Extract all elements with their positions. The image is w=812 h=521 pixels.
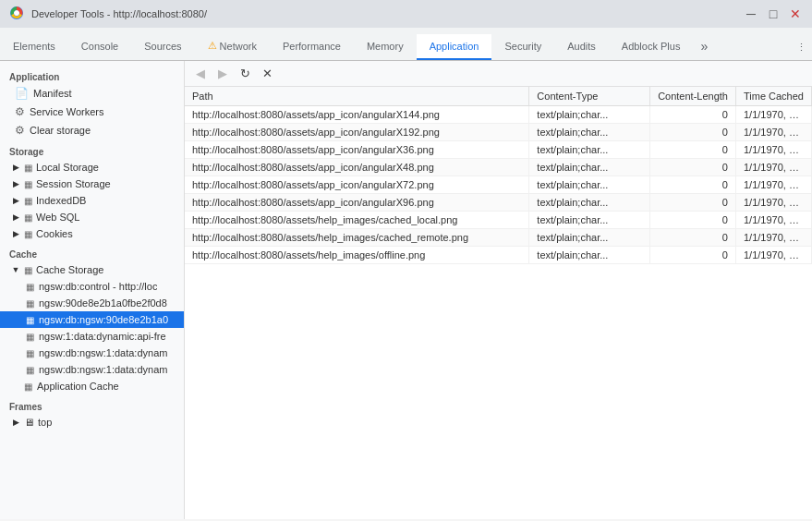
tab-performance[interactable]: Performance xyxy=(270,34,354,60)
section-cache-label: Cache xyxy=(0,242,184,261)
cell-content-length: 0 xyxy=(650,247,736,264)
cell-time-cached: 1/1/1970, 2:59... xyxy=(735,141,811,159)
table-row[interactable]: http://localhost:8080/assets/help_images… xyxy=(185,247,812,264)
sidebar-item-session-storage[interactable]: ▦ Session Storage xyxy=(0,176,184,192)
sidebar-item-indexeddb[interactable]: ▦ IndexedDB xyxy=(0,192,184,209)
table-row[interactable]: http://localhost:8080/assets/help_images… xyxy=(185,229,812,247)
tab-security[interactable]: Security xyxy=(491,34,554,60)
table-row[interactable]: http://localhost:8080/assets/app_icon/an… xyxy=(185,141,812,159)
sidebar-item-service-workers[interactable]: ⚙ Service Workers xyxy=(0,103,184,121)
cache-1-icon: ▦ xyxy=(26,282,34,292)
titlebar: Developer Tools - http://localhost:8080/… xyxy=(0,0,812,28)
tab-audits[interactable]: Audits xyxy=(554,34,609,60)
table-row[interactable]: http://localhost:8080/assets/help_images… xyxy=(185,212,812,229)
cell-content-length: 0 xyxy=(650,212,736,229)
content-area: ◀ ▶ ↻ ✕ Path Content-Type Content-Length… xyxy=(185,61,812,519)
cell-path: http://localhost:8080/assets/help_images… xyxy=(185,247,529,264)
cell-time-cached: 1/1/1970, 2:59... xyxy=(735,159,811,176)
local-storage-chevron xyxy=(11,163,20,172)
session-storage-chevron xyxy=(11,179,20,188)
cell-content-type: text/plain;char... xyxy=(529,176,650,194)
more-tabs-button[interactable]: » xyxy=(693,32,715,60)
sidebar-item-cache-4[interactable]: ▦ ngsw:1:data:dynamic:api-fre xyxy=(0,328,184,345)
toolbar: ◀ ▶ ↻ ✕ xyxy=(185,61,812,87)
cache-storage-icon: ▦ xyxy=(24,265,32,275)
cell-content-type: text/plain;char... xyxy=(529,194,650,212)
sidebar-item-local-storage[interactable]: ▦ Local Storage xyxy=(0,159,184,176)
close-button[interactable]: ✕ xyxy=(788,6,803,21)
tab-network[interactable]: ⚠ Network xyxy=(195,33,270,60)
sidebar-item-clear-storage[interactable]: ⚙ Clear storage xyxy=(0,121,184,139)
table-header-row: Path Content-Type Content-Length Time Ca… xyxy=(185,87,812,106)
sidebar-item-top[interactable]: 🖥 top xyxy=(0,414,184,430)
clear-button[interactable]: ✕ xyxy=(257,64,277,84)
cell-content-type: text/plain;char... xyxy=(529,141,650,159)
cache-6-icon: ▦ xyxy=(26,365,34,375)
cell-content-length: 0 xyxy=(650,229,736,247)
chrome-logo-icon xyxy=(9,6,24,23)
minimize-button[interactable]: ─ xyxy=(744,6,758,21)
tab-sources[interactable]: Sources xyxy=(131,34,194,60)
cookies-chevron xyxy=(11,229,20,238)
cache-table: Path Content-Type Content-Length Time Ca… xyxy=(185,87,812,519)
table-row[interactable]: http://localhost:8080/assets/app_icon/an… xyxy=(185,194,812,212)
top-frame-chevron xyxy=(11,418,20,427)
col-header-path: Path xyxy=(185,87,529,106)
table-row[interactable]: http://localhost:8080/assets/app_icon/an… xyxy=(185,159,812,176)
tab-memory[interactable]: Memory xyxy=(354,34,417,60)
col-header-content-length: Content-Length xyxy=(650,87,736,106)
refresh-button[interactable]: ↻ xyxy=(235,64,255,84)
tab-adblock[interactable]: Adblock Plus xyxy=(609,34,694,60)
indexeddb-chevron xyxy=(11,196,20,205)
cell-content-length: 0 xyxy=(650,194,736,212)
cell-content-length: 0 xyxy=(650,159,736,176)
cell-content-length: 0 xyxy=(650,124,736,141)
sidebar-item-cache-5[interactable]: ▦ ngsw:db:ngsw:1:data:dynam xyxy=(0,345,184,361)
sidebar-item-cache-3[interactable]: ▦ ngsw:db:ngsw:90de8e2b1a0 xyxy=(0,311,184,328)
cache-storage-label: Cache Storage xyxy=(36,264,103,275)
cell-content-length: 0 xyxy=(650,176,736,194)
sidebar-item-cookies[interactable]: ▦ Cookies xyxy=(0,225,184,242)
svg-point-1 xyxy=(14,10,19,16)
col-header-content-type: Content-Type xyxy=(529,87,650,106)
local-storage-icon: ▦ xyxy=(24,163,32,173)
cell-time-cached: 1/1/1970, 2:59... xyxy=(735,229,811,247)
sidebar-item-manifest[interactable]: 📄 Manifest xyxy=(0,84,184,103)
web-sql-icon: ▦ xyxy=(24,212,32,223)
tab-application[interactable]: Application xyxy=(417,34,492,60)
tabs-bar: Elements Console Sources ⚠ Network Perfo… xyxy=(0,28,812,61)
main-area: Application 📄 Manifest ⚙ Service Workers… xyxy=(0,61,812,519)
sidebar-item-application-cache[interactable]: ▦ Application Cache xyxy=(0,378,184,394)
table-row[interactable]: http://localhost:8080/assets/app_icon/an… xyxy=(185,106,812,124)
maximize-button[interactable]: □ xyxy=(766,6,781,21)
cell-content-type: text/plain;char... xyxy=(529,229,650,247)
sidebar-item-web-sql[interactable]: ▦ Web SQL xyxy=(0,209,184,225)
devtools-menu-button[interactable]: ⋮ xyxy=(791,35,812,60)
service-workers-icon: ⚙ xyxy=(15,105,25,118)
sidebar-item-cache-6[interactable]: ▦ ngsw:db:ngsw:1:data:dynam xyxy=(0,361,184,378)
forward-button[interactable]: ▶ xyxy=(212,64,233,84)
sidebar: Application 📄 Manifest ⚙ Service Workers… xyxy=(0,61,185,519)
cache-entries-table: Path Content-Type Content-Length Time Ca… xyxy=(185,87,812,264)
manifest-icon: 📄 xyxy=(15,87,29,100)
cache-3-icon: ▦ xyxy=(26,315,34,325)
table-row[interactable]: http://localhost:8080/assets/app_icon/an… xyxy=(185,124,812,141)
tab-elements[interactable]: Elements xyxy=(0,34,68,60)
sidebar-item-cache-storage[interactable]: ▦ Cache Storage xyxy=(0,261,184,278)
cell-path: http://localhost:8080/assets/help_images… xyxy=(185,212,529,229)
cell-content-length: 0 xyxy=(650,106,736,124)
cell-content-type: text/plain;char... xyxy=(529,124,650,141)
cell-content-length: 0 xyxy=(650,141,736,159)
tab-console[interactable]: Console xyxy=(68,34,131,60)
cache-4-icon: ▦ xyxy=(26,332,34,342)
table-row[interactable]: http://localhost:8080/assets/app_icon/an… xyxy=(185,176,812,194)
network-warning-icon: ⚠ xyxy=(208,40,217,52)
cache-5-icon: ▦ xyxy=(26,348,34,358)
cell-time-cached: 1/1/1970, 2:59... xyxy=(735,247,811,264)
sidebar-item-cache-1[interactable]: ▦ ngsw:db:control - http://loc xyxy=(0,278,184,295)
table-body: http://localhost:8080/assets/app_icon/an… xyxy=(185,106,812,264)
sidebar-item-cache-2[interactable]: ▦ ngsw:90de8e2b1a0fbe2f0d8 xyxy=(0,295,184,311)
cell-path: http://localhost:8080/assets/app_icon/an… xyxy=(185,176,529,194)
cell-content-type: text/plain;char... xyxy=(529,212,650,229)
back-button[interactable]: ◀ xyxy=(190,64,211,84)
